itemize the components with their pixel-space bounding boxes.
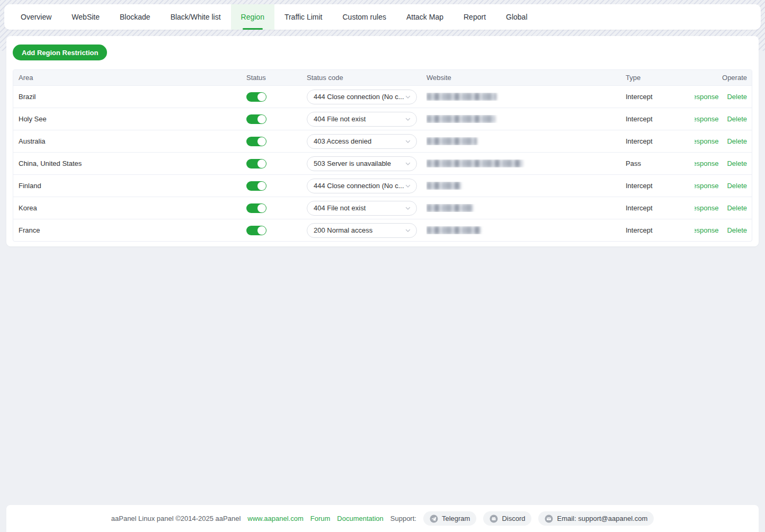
tab-label: Region [241, 13, 264, 21]
status-code-select[interactable]: 444 Close connection (No c... [307, 179, 417, 193]
table-row: Brazil 444 Close connection (No c... Int… [13, 85, 752, 108]
chevron-down-icon [405, 161, 411, 167]
table-row: Finland 444 Close connection (No c... In… [13, 174, 752, 197]
table-row: Korea 404 File not exist Intercept Respo… [13, 197, 752, 219]
telegram-badge[interactable]: Telegram [423, 511, 476, 526]
delete-link[interactable]: Delete [727, 204, 747, 212]
type-cell: Intercept [626, 226, 695, 234]
table-row: Holy See 404 File not exist Intercept Re… [13, 108, 752, 130]
table-header-row: Area Status Status code Website Type Ope… [13, 70, 752, 85]
support-label: Support: [390, 515, 416, 522]
header-website: Website [426, 74, 626, 82]
area-cell: Holy See [13, 115, 246, 123]
area-cell: China, United States [13, 159, 246, 167]
status-toggle[interactable] [246, 92, 266, 102]
response-link[interactable]: Response [695, 137, 718, 145]
response-link[interactable]: Response [695, 115, 718, 123]
tab-traffic-limit[interactable]: Traffic Limit [274, 4, 333, 30]
documentation-link[interactable]: Documentation [337, 515, 383, 522]
response-link[interactable]: Response [695, 182, 718, 190]
website-redacted-value [426, 226, 481, 234]
tab-label: Traffic Limit [284, 13, 323, 21]
discord-icon [490, 515, 498, 523]
delete-link[interactable]: Delete [727, 93, 747, 101]
toggle-knob [257, 182, 266, 190]
status-toggle[interactable] [246, 137, 266, 146]
toggle-knob [257, 204, 266, 212]
response-link[interactable]: Response [695, 93, 718, 101]
response-link[interactable]: Response [695, 204, 718, 212]
add-region-restriction-button[interactable]: Add Region Restriction [13, 45, 107, 60]
tab-attack-map[interactable]: Attack Map [396, 4, 453, 30]
tab-blockade[interactable]: Blockade [110, 4, 161, 30]
type-cell: Intercept [626, 115, 695, 123]
status-toggle[interactable] [246, 226, 266, 235]
response-link[interactable]: Response [695, 226, 718, 234]
chevron-down-icon [405, 183, 411, 189]
status-code-value: 444 Close connection (No c... [314, 93, 405, 101]
status-toggle[interactable] [246, 181, 266, 191]
email-icon [545, 515, 553, 523]
area-cell: France [13, 226, 246, 234]
website-redacted-value [426, 159, 523, 167]
status-code-select[interactable]: 404 File not exist [307, 112, 417, 127]
telegram-icon [430, 515, 438, 523]
toggle-knob [257, 137, 266, 146]
header-operate: Operate [695, 74, 752, 82]
website-redacted-value [426, 182, 461, 190]
status-toggle[interactable] [246, 159, 266, 169]
delete-link[interactable]: Delete [727, 182, 747, 190]
tab-website[interactable]: WebSite [61, 4, 110, 30]
tab-label: Global [506, 13, 527, 21]
delete-link[interactable]: Delete [727, 115, 747, 123]
email-badge[interactable]: Email: support@aapanel.com [538, 511, 654, 526]
delete-link[interactable]: Delete [727, 159, 747, 167]
discord-badge[interactable]: Discord [483, 511, 531, 526]
tab-label: Overview [21, 13, 51, 21]
status-toggle[interactable] [246, 203, 266, 213]
status-code-select[interactable]: 444 Close connection (No c... [307, 90, 417, 104]
website-redacted-value [426, 93, 496, 101]
status-toggle[interactable] [246, 114, 266, 124]
chevron-down-icon [405, 116, 411, 122]
discord-badge-label: Discord [502, 515, 525, 522]
telegram-badge-label: Telegram [442, 515, 470, 522]
area-cell: Finland [13, 182, 246, 190]
chevron-down-icon [405, 138, 411, 145]
region-table: Area Status Status code Website Type Ope… [13, 69, 752, 242]
status-code-select[interactable]: 200 Normal access [307, 223, 417, 238]
type-cell: Intercept [626, 137, 695, 145]
region-panel-card: Add Region Restriction Area Status Statu… [6, 36, 759, 246]
status-code-select[interactable]: 403 Access denied [307, 134, 417, 149]
tab-report[interactable]: Report [453, 4, 496, 30]
toggle-knob [257, 226, 266, 235]
tab-region[interactable]: Region [231, 4, 274, 30]
website-redacted-value [426, 204, 473, 212]
tab-global[interactable]: Global [496, 4, 537, 30]
delete-link[interactable]: Delete [727, 226, 747, 234]
tab-label: WebSite [72, 13, 100, 21]
area-cell: Australia [13, 137, 246, 145]
status-code-value: 503 Server is unavailable [314, 159, 405, 167]
status-code-select[interactable]: 503 Server is unavailable [307, 156, 417, 171]
tab-black-white-list[interactable]: Black/White list [161, 4, 231, 30]
type-cell: Intercept [626, 204, 695, 212]
forum-link[interactable]: Forum [310, 515, 331, 522]
status-code-value: 404 File not exist [314, 115, 405, 123]
toggle-knob [257, 93, 266, 101]
status-code-select[interactable]: 404 File not exist [307, 201, 417, 216]
toggle-knob [257, 159, 266, 168]
tab-overview[interactable]: Overview [11, 4, 61, 30]
tab-custom-rules[interactable]: Custom rules [333, 4, 396, 30]
tab-label: Blockade [120, 13, 150, 21]
active-tab-underline [243, 28, 263, 30]
type-cell: Intercept [626, 93, 695, 101]
website-link[interactable]: www.aapanel.com [247, 515, 304, 522]
status-code-value: 200 Normal access [314, 226, 405, 234]
toggle-knob [257, 115, 266, 123]
delete-link[interactable]: Delete [727, 137, 747, 145]
type-cell: Pass [626, 159, 695, 167]
email-badge-label: Email: support@aapanel.com [557, 515, 647, 522]
response-link[interactable]: Response [695, 159, 718, 167]
status-code-value: 404 File not exist [314, 204, 405, 212]
